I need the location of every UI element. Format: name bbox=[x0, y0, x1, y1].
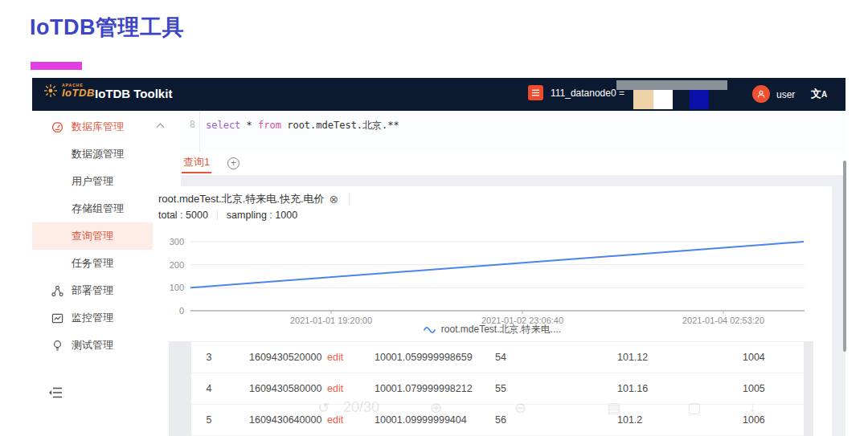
table-cell: 3 bbox=[191, 352, 227, 363]
edit-link[interactable]: edit bbox=[326, 352, 375, 363]
chevron-up-icon[interactable] bbox=[157, 124, 165, 132]
line-chart: 01002003002021-01-01 19:20:002021-01-02 … bbox=[153, 231, 832, 324]
table-cell: 55 bbox=[495, 383, 616, 394]
user-avatar[interactable] bbox=[752, 85, 770, 103]
sidebar-item-label: 测试管理 bbox=[72, 338, 113, 352]
page-title: IoTDB管理工具 bbox=[30, 13, 184, 42]
redacted-bar bbox=[616, 80, 727, 90]
query-tabbar: 查询1 + bbox=[181, 153, 845, 175]
sidebar-item-数据库管理[interactable]: 数据库管理 bbox=[32, 113, 181, 141]
sidebar-item-label: 任务管理 bbox=[72, 256, 113, 271]
tab-query1[interactable]: 查询1 bbox=[182, 153, 211, 173]
query-result-panel: root.mdeTest.北京.特来电.快充.电价 ⊗ total : 5000… bbox=[153, 186, 832, 436]
table-cell: 10001.09999999404 bbox=[375, 414, 495, 426]
table-cell: 4 bbox=[191, 383, 227, 394]
datanode-label: 111_datanode0 = bbox=[551, 88, 624, 99]
table-right-gutter[interactable] bbox=[804, 341, 813, 436]
table-cell: 101.2 bbox=[616, 414, 743, 426]
table-row: 51609430640000edit10001.0999999940456101… bbox=[191, 405, 804, 436]
sql-editor[interactable]: 8 select * from root.mdeTest.北京.** bbox=[181, 111, 845, 153]
datanode-selector[interactable]: 111_datanode0 = bbox=[528, 85, 624, 100]
table-left-gutter[interactable] bbox=[169, 341, 191, 436]
edit-link[interactable]: edit bbox=[326, 383, 375, 394]
swatch-white bbox=[653, 90, 673, 109]
monitor-icon bbox=[51, 312, 63, 324]
close-result-icon[interactable]: ⊗ bbox=[330, 194, 339, 205]
wave-icon bbox=[424, 326, 436, 334]
gauge-icon bbox=[51, 121, 63, 133]
title-accent-bar bbox=[31, 62, 82, 70]
table-cell: 5 bbox=[191, 414, 227, 426]
table-cell: 56 bbox=[495, 414, 616, 426]
svg-text:100: 100 bbox=[170, 283, 184, 292]
sidebar-item-label: 数据库管理 bbox=[72, 120, 124, 134]
editor-line-number: 8 bbox=[181, 111, 200, 153]
svg-text:200: 200 bbox=[170, 260, 184, 270]
sidebar-item-label: 存储组管理 bbox=[72, 202, 124, 216]
app-brand-title: IoTDB Toolkit bbox=[95, 87, 172, 100]
person-icon bbox=[755, 88, 767, 100]
language-switch-icon[interactable]: 文A bbox=[811, 87, 827, 101]
deploy-icon bbox=[51, 285, 63, 297]
table-row: 31609430520000edit10001.0599999986595410… bbox=[191, 342, 804, 373]
sidebar-item-label: 用户管理 bbox=[72, 174, 113, 189]
table-cell: 1005 bbox=[743, 383, 804, 394]
datanode-list-icon bbox=[528, 85, 543, 100]
table-row: 41609430580000edit10001.0799999982125510… bbox=[191, 373, 804, 405]
sunburst-logo-icon bbox=[43, 84, 58, 98]
table-cell: 10001.059999998659 bbox=[375, 352, 495, 363]
legend-series-name: root.mdeTest.北京.特来电.... bbox=[441, 323, 561, 336]
result-table-section: 31609430520000edit10001.0599999986595410… bbox=[153, 341, 832, 436]
header-divider bbox=[349, 194, 350, 205]
vertical-scrollbar[interactable] bbox=[843, 161, 846, 352]
table-cell: 1004 bbox=[743, 352, 804, 363]
swatch-tan bbox=[633, 90, 653, 109]
table-cell: 101.12 bbox=[616, 352, 743, 363]
iotdb-wordmark: IoTDB bbox=[62, 88, 95, 98]
table-cell: 1006 bbox=[743, 414, 804, 426]
chart-legend[interactable]: root.mdeTest.北京.特来电.... bbox=[153, 323, 832, 336]
iotdb-logo: APACHE IoTDB bbox=[43, 84, 95, 98]
result-series-title: root.mdeTest.北京.特来电.快充.电价 bbox=[158, 192, 325, 206]
sql-statement: select * from root.mdeTest.北京.** bbox=[200, 111, 399, 153]
sampling-count: sampling : 1000 bbox=[227, 210, 297, 221]
sidebar-item-label: 数据源管理 bbox=[72, 147, 124, 161]
table-cell: 54 bbox=[495, 352, 616, 363]
table-cell: 101.16 bbox=[616, 383, 743, 394]
sidebar-collapse-icon[interactable] bbox=[48, 386, 63, 399]
stats-divider bbox=[217, 210, 218, 220]
svg-text:0: 0 bbox=[179, 306, 184, 316]
table-cell: 1609430640000 bbox=[227, 414, 326, 426]
table-cell: 1609430580000 bbox=[227, 383, 326, 394]
swatch-navy bbox=[690, 90, 709, 109]
svg-text:300: 300 bbox=[170, 237, 184, 247]
add-tab-icon[interactable]: + bbox=[227, 157, 240, 169]
total-count: total : 5000 bbox=[158, 210, 208, 221]
sidebar-item-label: 监控管理 bbox=[72, 311, 113, 325]
sidebar-item-label: 查询管理 bbox=[72, 229, 113, 243]
table-cell: 1609430520000 bbox=[227, 352, 326, 363]
sidebar-item-数据源管理[interactable]: 数据源管理 bbox=[32, 141, 181, 168]
edit-link[interactable]: edit bbox=[326, 414, 375, 426]
test-icon bbox=[51, 340, 63, 352]
sidebar-item-label: 部署管理 bbox=[72, 283, 113, 298]
table-cell: 10001.079999998212 bbox=[375, 383, 495, 394]
username-label: user bbox=[776, 89, 795, 100]
